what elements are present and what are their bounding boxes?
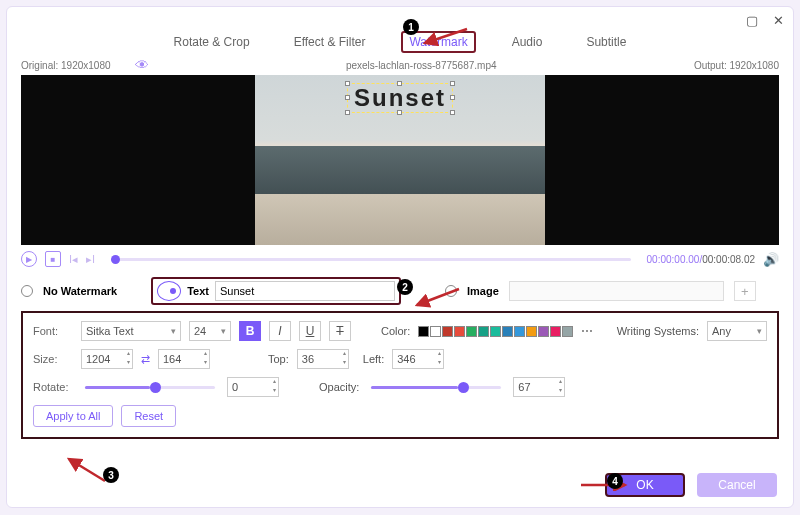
strikethrough-button[interactable]: T (329, 321, 351, 341)
color-swatch[interactable] (514, 326, 525, 337)
opacity-label: Opacity: (319, 381, 359, 393)
watermark-text-input[interactable] (215, 281, 395, 301)
filename-label: pexels-lachlan-ross-8775687.mp4 (346, 60, 497, 71)
playback-controls: ▶ ■ I◂ ▸I 00:00:00.00/00:00:08.02 🔊 (7, 245, 793, 273)
rotate-slider[interactable] (85, 386, 215, 389)
writing-systems-label: Writing Systems: (617, 325, 699, 337)
top-input[interactable]: 36 (297, 349, 349, 369)
watermark-image-input[interactable] (509, 281, 724, 301)
tab-audio[interactable]: Audio (504, 31, 551, 53)
color-swatch[interactable] (478, 326, 489, 337)
dialog-footer: OK Cancel (605, 473, 777, 497)
color-swatch[interactable] (490, 326, 501, 337)
maximize-button[interactable]: ▢ (745, 13, 759, 27)
color-swatch[interactable] (418, 326, 429, 337)
color-swatch[interactable] (502, 326, 513, 337)
font-label: Font: (33, 325, 73, 337)
original-resolution: Original: 1920x1080 (21, 60, 111, 71)
annotation-arrow-1 (421, 25, 471, 49)
rotate-label: Rotate: (33, 381, 73, 393)
tab-subtitle[interactable]: Subtitle (578, 31, 634, 53)
height-input[interactable]: 164 (158, 349, 210, 369)
timeline-slider[interactable] (111, 258, 630, 261)
titlebar: ▢ ✕ (7, 7, 793, 33)
apply-to-all-button[interactable]: Apply to All (33, 405, 113, 427)
color-swatch[interactable] (550, 326, 561, 337)
bold-button[interactable]: B (239, 321, 261, 341)
video-preview: Sunset (21, 75, 779, 245)
add-image-button[interactable]: + (734, 281, 756, 301)
width-input[interactable]: 1204 (81, 349, 133, 369)
play-button[interactable]: ▶ (21, 251, 37, 267)
color-swatches (418, 326, 573, 337)
more-colors-button[interactable]: ⋯ (581, 324, 593, 338)
time-display: 00:00:00.00/00:00:08.02 (647, 254, 755, 265)
link-aspect-icon[interactable]: ⇄ (141, 353, 150, 366)
underline-button[interactable]: U (299, 321, 321, 341)
color-swatch[interactable] (466, 326, 477, 337)
tab-bar: Rotate & Crop Effect & Filter Watermark … (7, 31, 793, 53)
opacity-input[interactable]: 67 (513, 377, 565, 397)
file-info-row: Original: 1920x1080 👁 pexels-lachlan-ros… (7, 53, 793, 75)
properties-panel: Font: Sitka Text 24 B I U T Color: ⋯ Wri… (21, 311, 779, 439)
top-label: Top: (268, 353, 289, 365)
cancel-button[interactable]: Cancel (697, 473, 777, 497)
editor-window: ▢ ✕ 1 Rotate & Crop Effect & Filter Wate… (6, 6, 794, 508)
svg-line-2 (69, 459, 105, 481)
label-text: Text (187, 285, 209, 297)
font-size-select[interactable]: 24 (189, 321, 231, 341)
tab-rotate-crop[interactable]: Rotate & Crop (166, 31, 258, 53)
writing-systems-select[interactable]: Any (707, 321, 767, 341)
color-label: Color: (381, 325, 410, 337)
color-swatch[interactable] (454, 326, 465, 337)
color-swatch[interactable] (538, 326, 549, 337)
video-frame[interactable]: Sunset (255, 75, 545, 245)
annotation-arrow-2 (413, 285, 463, 311)
svg-line-0 (425, 29, 467, 43)
text-watermark-group: Text (151, 277, 401, 305)
preview-toggle-icon[interactable]: 👁 (135, 57, 149, 73)
opacity-slider[interactable] (371, 386, 501, 389)
annotation-1: 1 (403, 19, 419, 35)
annotation-arrow-3 (63, 455, 109, 485)
left-label: Left: (363, 353, 384, 365)
stop-button[interactable]: ■ (45, 251, 61, 267)
left-input[interactable]: 346 (392, 349, 444, 369)
tab-effect-filter[interactable]: Effect & Filter (286, 31, 374, 53)
italic-button[interactable]: I (269, 321, 291, 341)
color-swatch[interactable] (442, 326, 453, 337)
annotation-4: 4 (607, 473, 623, 489)
rotate-input[interactable]: 0 (227, 377, 279, 397)
next-frame-button[interactable]: ▸I (86, 253, 95, 266)
annotation-2: 2 (397, 279, 413, 295)
prev-frame-button[interactable]: I◂ (69, 253, 78, 266)
radio-text[interactable] (157, 281, 181, 301)
color-swatch[interactable] (430, 326, 441, 337)
volume-icon[interactable]: 🔊 (763, 252, 779, 267)
watermark-overlay[interactable]: Sunset (347, 83, 453, 113)
svg-line-1 (417, 289, 459, 305)
label-image: Image (467, 285, 499, 297)
size-label: Size: (33, 353, 73, 365)
radio-no-watermark[interactable] (21, 285, 33, 297)
font-family-select[interactable]: Sitka Text (81, 321, 181, 341)
color-swatch[interactable] (562, 326, 573, 337)
color-swatch[interactable] (526, 326, 537, 337)
watermark-overlay-text: Sunset (354, 84, 446, 111)
label-no-watermark: No Watermark (43, 285, 117, 297)
annotation-3: 3 (103, 467, 119, 483)
reset-button[interactable]: Reset (121, 405, 176, 427)
close-button[interactable]: ✕ (771, 13, 785, 27)
output-resolution: Output: 1920x1080 (694, 60, 779, 71)
